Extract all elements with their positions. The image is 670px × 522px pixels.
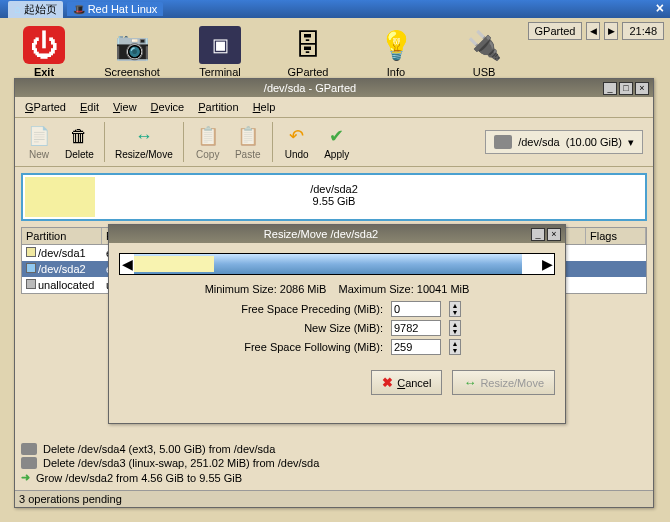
launcher-exit[interactable]: ⏻Exit — [14, 26, 74, 78]
tb-apply[interactable]: ✔Apply — [317, 122, 357, 162]
hdd-icon — [21, 457, 37, 469]
window-title: /dev/sda - GParted — [19, 82, 601, 94]
taskbar-app[interactable]: GParted — [528, 22, 583, 40]
undo-icon: ↶ — [283, 124, 311, 148]
slider-left-icon[interactable]: ◀ — [120, 256, 134, 272]
menu-gparted[interactable]: GParted — [19, 99, 72, 115]
menu-view[interactable]: View — [107, 99, 143, 115]
launcher-gparted[interactable]: 🗄GParted — [278, 26, 338, 78]
tb-copy[interactable]: 📋Copy — [188, 122, 228, 162]
launcher-terminal[interactable]: ▣Terminal — [190, 26, 250, 78]
paste-icon: 📋 — [234, 124, 262, 148]
newsize-input[interactable] — [391, 320, 441, 336]
minimize-icon[interactable]: _ — [531, 228, 545, 241]
gparted-icon: 🗄 — [287, 26, 329, 64]
grow-icon: ➜ — [21, 471, 30, 484]
tb-delete[interactable]: 🗑Delete — [59, 122, 100, 162]
tb-paste[interactable]: 📋Paste — [228, 122, 268, 162]
dialog-titlebar[interactable]: Resize/Move /dev/sda2 _ × — [109, 225, 565, 243]
new-icon: 📄 — [25, 124, 53, 148]
usb-icon: 🔌 — [463, 26, 505, 64]
cancel-icon: ✖ — [382, 375, 393, 390]
resize-icon: ↔ — [130, 124, 158, 148]
menu-device[interactable]: Device — [145, 99, 191, 115]
menubar: GParted Edit View Device Partition Help — [15, 97, 653, 118]
close-icon[interactable]: × — [635, 82, 649, 95]
spinner[interactable]: ▲▼ — [449, 339, 461, 355]
launcher-screenshot[interactable]: 📷Screenshot — [102, 26, 162, 78]
tb-new[interactable]: 📄New — [19, 122, 59, 162]
menu-partition[interactable]: Partition — [192, 99, 244, 115]
tb-resize[interactable]: ↔Resize/Move — [109, 122, 179, 162]
dialog-title: Resize/Move /dev/sda2 — [113, 228, 529, 240]
preceding-input[interactable] — [391, 301, 441, 317]
close-icon[interactable]: × — [656, 0, 664, 16]
resize-button[interactable]: ↔Resize/Move — [452, 370, 555, 395]
pending-ops: Delete /dev/sda4 (ext3, 5.00 GiB) from /… — [21, 442, 647, 485]
panel-clock: GParted ◀ ▶ 21:48 — [528, 22, 665, 40]
gparted-titlebar[interactable]: /dev/sda - GParted _ □ × — [15, 79, 653, 97]
bulb-icon: 💡 — [375, 26, 417, 64]
cancel-button[interactable]: ✖Cancel — [371, 370, 442, 395]
menu-help[interactable]: Help — [247, 99, 282, 115]
camera-icon: 📷 — [111, 26, 153, 64]
taskbar-left-icon[interactable]: ◀ — [586, 22, 600, 40]
hdd-icon — [494, 135, 512, 149]
newsize-label: New Size (MiB): — [213, 322, 383, 334]
trash-icon: 🗑 — [65, 124, 93, 148]
list-item[interactable]: Delete /dev/sda3 (linux-swap, 251.02 MiB… — [21, 456, 647, 470]
following-label: Free Space Following (MiB): — [213, 341, 383, 353]
power-icon: ⏻ — [23, 26, 65, 64]
spinner[interactable]: ▲▼ — [449, 301, 461, 317]
spinner[interactable]: ▲▼ — [449, 320, 461, 336]
maximize-icon[interactable]: □ — [619, 82, 633, 95]
vm-topbar: ⌂起始页 🎩Red Hat Linux × — [0, 0, 670, 18]
slider-right-icon[interactable]: ▶ — [540, 256, 554, 272]
chevron-down-icon: ▾ — [628, 136, 634, 149]
partition-visual[interactable]: /dev/sda29.55 GiB — [21, 173, 647, 221]
resize-slider[interactable]: ◀ ▶ — [119, 253, 555, 275]
size-limits: Minimum Size: 2086 MiB Maximum Size: 100… — [119, 283, 555, 295]
device-selector[interactable]: /dev/sda (10.00 GiB) ▾ — [485, 130, 643, 154]
following-input[interactable] — [391, 339, 441, 355]
taskbar-right-icon[interactable]: ▶ — [604, 22, 618, 40]
list-item[interactable]: ➜Grow /dev/sda2 from 4.56 GiB to 9.55 Gi… — [21, 470, 647, 485]
terminal-icon: ▣ — [199, 26, 241, 64]
copy-icon: 📋 — [194, 124, 222, 148]
redhat-icon: 🎩 — [73, 4, 85, 15]
apply-icon: ✔ — [323, 124, 351, 148]
list-item[interactable]: Delete /dev/sda4 (ext3, 5.00 GiB) from /… — [21, 442, 647, 456]
toolbar: 📄New 🗑Delete ↔Resize/Move 📋Copy 📋Paste ↶… — [15, 118, 653, 167]
clock: 21:48 — [622, 22, 664, 40]
tab-start[interactable]: ⌂起始页 — [8, 1, 63, 18]
preceding-label: Free Space Preceding (MiB): — [213, 303, 383, 315]
tb-undo[interactable]: ↶Undo — [277, 122, 317, 162]
resize-dialog: Resize/Move /dev/sda2 _ × ◀ ▶ Minimum Si… — [108, 224, 566, 424]
home-icon: ⌂ — [14, 3, 21, 15]
launcher-usb[interactable]: 🔌USB — [454, 26, 514, 78]
hdd-icon — [21, 443, 37, 455]
resize-icon: ↔ — [463, 375, 476, 390]
status-bar: 3 operations pending — [15, 490, 653, 507]
close-icon[interactable]: × — [547, 228, 561, 241]
minimize-icon[interactable]: _ — [603, 82, 617, 95]
launcher-info[interactable]: 💡Info — [366, 26, 426, 78]
menu-edit[interactable]: Edit — [74, 99, 105, 115]
tab-redhat[interactable]: 🎩Red Hat Linux — [67, 2, 164, 16]
